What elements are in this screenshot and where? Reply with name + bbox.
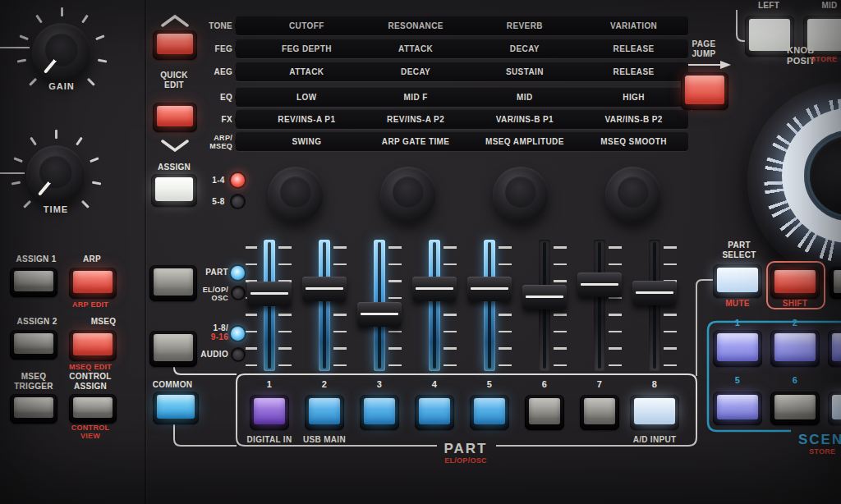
page-jump-button-face [685, 76, 724, 104]
chevron-down-icon [159, 139, 191, 152]
assign-range-1-4-led [231, 173, 245, 187]
part-slider-7[interactable] [577, 240, 622, 371]
digital-in-label: DIGITAL IN [247, 435, 292, 445]
shift-button[interactable] [770, 267, 820, 299]
part-mode-led [231, 266, 245, 280]
common-button[interactable] [153, 392, 199, 424]
quick-edit-up-button[interactable] [153, 30, 197, 60]
mseq-button[interactable] [69, 330, 117, 361]
slider-ticks [609, 246, 622, 366]
part-elop-toggle-button[interactable] [149, 265, 197, 301]
slider-cap[interactable] [357, 302, 402, 327]
scene-button-2[interactable] [770, 330, 820, 367]
common-button-face [157, 395, 195, 419]
slider-cap[interactable] [412, 277, 457, 301]
control-assign-button[interactable] [69, 394, 117, 424]
scene-button-5[interactable] [713, 392, 762, 425]
range-1-8-label: 1-8/ [214, 323, 228, 333]
arp-button[interactable] [69, 268, 117, 299]
part-slider-3[interactable] [357, 240, 402, 371]
part-button-5-face [474, 398, 505, 424]
strip-cell: SUSTAIN [471, 62, 580, 81]
scene-button-3[interactable] [828, 330, 841, 367]
slider-cap[interactable] [302, 277, 347, 301]
quick-edit-strip-feg: FEG DEPTH ATTACK DECAY RELEASE [236, 39, 688, 58]
range-audio-toggle-button[interactable] [149, 331, 197, 367]
part-slider-4[interactable] [412, 240, 457, 371]
scene-button-1[interactable] [713, 330, 762, 367]
assign-knob-4[interactable] [605, 167, 661, 222]
mseq-trigger-button[interactable] [10, 394, 57, 424]
part-button-3[interactable] [360, 395, 399, 430]
part-slider-8[interactable] [632, 240, 677, 371]
gain-knob-pointer [44, 52, 63, 74]
slider-cap[interactable] [577, 273, 622, 297]
strip-cell: VARIATION [579, 16, 688, 35]
part-button-6[interactable] [525, 395, 564, 430]
scene-button-1-face [717, 333, 758, 361]
part-select-button[interactable] [713, 264, 762, 298]
assign1-button[interactable] [10, 268, 57, 297]
gain-label: GAIN [48, 81, 75, 92]
part-button-2[interactable] [305, 395, 344, 430]
part-mode-label: PART [205, 268, 228, 277]
el-op-osc-mode-led [232, 287, 244, 299]
slider-cap[interactable] [467, 277, 512, 301]
part-button-4[interactable] [415, 395, 454, 430]
assign-range-5-8-label: 5-8 [212, 197, 224, 207]
strip-cell: VAR/INS-B P2 [579, 109, 688, 129]
slider-cap[interactable] [247, 282, 292, 306]
assign-knob-2[interactable] [380, 167, 436, 222]
time-knob-pointer [38, 174, 57, 196]
slider-slot [429, 240, 440, 371]
strip-cell: LOW [252, 87, 361, 107]
assign-button[interactable] [151, 174, 197, 207]
assign-knob-1[interactable] [268, 167, 324, 222]
strip-cell: VAR/INS-B P1 [471, 109, 580, 129]
part-slider-5[interactable] [467, 240, 512, 371]
part-button-1[interactable] [250, 395, 289, 430]
assign1-label: ASSIGN 1 [16, 254, 56, 264]
scene-button-7[interactable] [828, 392, 841, 425]
edge-button[interactable] [830, 267, 841, 299]
arp-edit-label: ARP EDIT [72, 300, 108, 309]
part-button-7-face [584, 398, 615, 424]
shift-button-face [774, 270, 816, 293]
assign-knob-3[interactable] [493, 167, 549, 222]
part-slider-1[interactable] [247, 240, 292, 371]
gain-knob[interactable] [32, 23, 91, 82]
arp-button-face [73, 271, 113, 293]
part-button-8[interactable] [630, 395, 679, 430]
quick-edit-strip-fx: REV/INS-A P1 REV/INS-A P2 VAR/INS-B P1 V… [236, 109, 688, 129]
slider-slot [649, 240, 660, 371]
strip-cell: MSEQ AMPLITUDE [471, 131, 580, 151]
assign2-button[interactable] [10, 330, 57, 360]
time-knob[interactable] [26, 145, 85, 204]
part-slider-6[interactable] [522, 240, 567, 371]
mseq-button-face [73, 333, 113, 355]
part-slider-2[interactable] [302, 240, 347, 371]
slider-cap[interactable] [522, 285, 567, 309]
strip-cell: FEG DEPTH [252, 39, 361, 58]
part-button-5[interactable] [470, 395, 509, 430]
part-button-7[interactable] [580, 395, 619, 430]
scene-store-label: STORE [809, 447, 835, 456]
control-view-label: CONTROL VIEW [71, 424, 110, 441]
part-7-number: 7 [597, 379, 602, 390]
slider-ticks [333, 246, 347, 366]
strip-cell: ARP GATE TIME [361, 131, 471, 151]
assign2-label: ASSIGN 2 [16, 317, 57, 327]
part-button-4-face [419, 398, 450, 424]
super-knob[interactable] [747, 82, 841, 279]
part-button-3-face [364, 398, 395, 424]
quick-edit-down-button[interactable] [153, 103, 197, 132]
strip-cell: MID [471, 87, 580, 107]
common-label: COMMON [153, 380, 192, 390]
scene-button-6[interactable] [770, 392, 820, 425]
page-jump-button[interactable] [681, 72, 728, 110]
slider-ticks [499, 246, 512, 366]
part-group-label: PART [443, 441, 487, 457]
slider-cap[interactable] [632, 281, 677, 305]
scene-5-number: 5 [735, 375, 740, 386]
quick-edit-strip-aeg: ATTACK DECAY SUSTAIN RELEASE [236, 62, 688, 81]
